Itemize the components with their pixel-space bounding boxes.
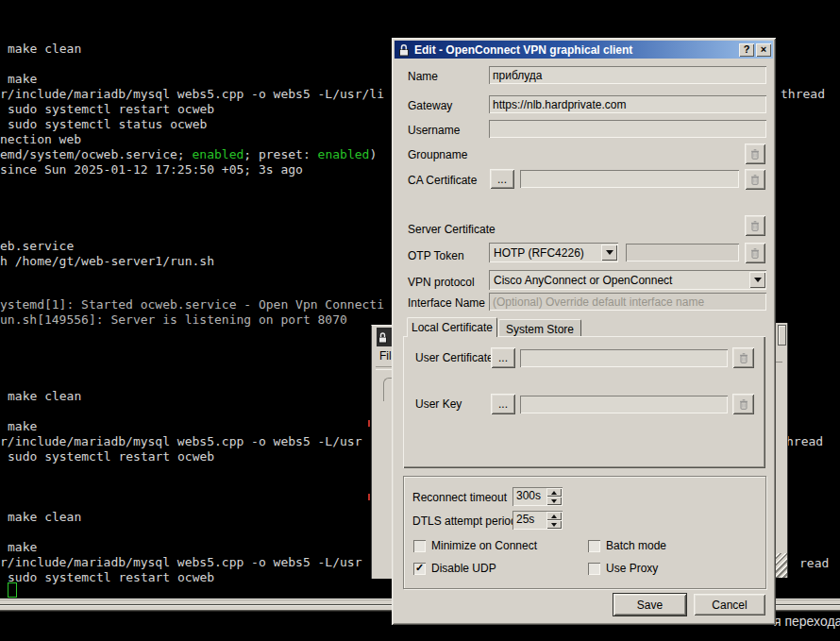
- terminal-line: sudo systemctl restart ocweb: [8, 102, 214, 116]
- chevron-down-icon: [601, 245, 617, 261]
- dialog-title: Edit - OpenConnect VPN graphical client: [414, 43, 739, 57]
- terminal-line: make clean: [8, 42, 81, 56]
- terminal-line: make: [8, 540, 37, 554]
- trash-icon: [738, 397, 749, 411]
- groupname-label: Groupname: [408, 148, 467, 161]
- terminal-line: make clean: [8, 510, 81, 524]
- dtls-attempt-period-spinbox[interactable]: 25s: [512, 511, 563, 530]
- user-certificate-label: User Certificate: [415, 351, 494, 364]
- lock-icon: [397, 43, 411, 57]
- vpn-protocol-label: VPN protocol: [408, 276, 475, 289]
- interface-name-label: Interface Name: [408, 296, 485, 310]
- scrollbar-thumb[interactable]: [778, 325, 786, 346]
- otp-token-value: HOTP (RFC4226): [489, 246, 601, 260]
- terminal-line: h /home/gt/web-server1/run.sh: [0, 254, 214, 268]
- clear-groupname-button[interactable]: [745, 143, 765, 164]
- spin-down-icon[interactable]: [546, 520, 562, 529]
- browse-user-certificate-button[interactable]: ...: [491, 347, 515, 368]
- trash-icon: [749, 219, 761, 232]
- terminal-cursor: [8, 582, 17, 598]
- checkbox-label: Disable UDP: [431, 562, 496, 575]
- clear-ca-certificate-button[interactable]: [745, 169, 765, 190]
- username-input[interactable]: [489, 120, 766, 138]
- clear-server-certificate-button[interactable]: [745, 215, 765, 236]
- server-certificate-label: Server Certificate: [408, 223, 496, 236]
- interface-name-input[interactable]: [489, 293, 766, 311]
- terminal-line: sudo systemctl status ocweb: [8, 117, 207, 131]
- save-button[interactable]: Save: [613, 594, 686, 616]
- terminal-red-fragment: [368, 494, 370, 500]
- close-button[interactable]: ×: [756, 43, 771, 57]
- tab-system-store[interactable]: System Store: [498, 319, 581, 336]
- otp-secret-input[interactable]: [626, 244, 739, 261]
- name-input[interactable]: [489, 66, 766, 84]
- clear-otp-token-button[interactable]: [745, 243, 765, 263]
- checkbox-box: [588, 540, 600, 552]
- terminal-red-fragment: [368, 420, 370, 427]
- trash-icon: [738, 351, 749, 364]
- reconnect-timeout-value: 300s: [512, 487, 546, 506]
- user-certificate-input[interactable]: [520, 349, 728, 367]
- cancel-button[interactable]: Cancel: [694, 594, 765, 616]
- vpn-protocol-select[interactable]: Cisco AnyConnect or OpenConnect: [489, 270, 766, 290]
- spin-up-icon[interactable]: [546, 488, 562, 497]
- groupbox-edge: [776, 362, 782, 363]
- tab-local-certificate[interactable]: Local Certificate: [407, 317, 497, 337]
- terminal-line: nection web: [0, 132, 81, 146]
- terminal-line: eb.service: [0, 239, 74, 253]
- dialog-titlebar[interactable]: Edit - OpenConnect VPN graphical client …: [395, 41, 773, 59]
- spin-up-icon[interactable]: [546, 512, 562, 520]
- terminal-line: make: [8, 72, 37, 86]
- checkbox-box: [413, 540, 426, 552]
- username-label: Username: [408, 124, 460, 137]
- reconnect-timeout-spinbox[interactable]: 300s: [512, 487, 563, 506]
- main-window-titlebar[interactable]: [377, 328, 393, 346]
- browse-ca-certificate-button[interactable]: ...: [490, 169, 514, 189]
- terminal-line: sudo systemctl restart ocweb: [8, 570, 214, 584]
- user-key-label: User Key: [415, 397, 462, 411]
- browse-user-key-button[interactable]: ...: [491, 394, 515, 414]
- trash-icon: [749, 246, 761, 260]
- background-page-text: я перехода: [774, 614, 840, 629]
- otp-token-label: OTP Token: [408, 249, 464, 262]
- trash-icon: [749, 173, 761, 186]
- ca-certificate-input[interactable]: [520, 170, 739, 188]
- chevron-down-icon: [749, 272, 765, 288]
- edit-vpn-dialog: Edit - OpenConnect VPN graphical client …: [392, 38, 776, 625]
- ca-certificate-label: CA Certificate: [408, 174, 477, 187]
- main-window-left-edge: File: [371, 325, 393, 579]
- dtls-attempt-period-value: 25s: [512, 511, 546, 530]
- use-proxy-checkbox[interactable]: Use Proxy: [588, 562, 658, 575]
- gateway-label: Gateway: [408, 99, 452, 112]
- terminal-line: since Sun 2025-01-12 17:25:50 +05; 3s ag…: [0, 162, 303, 177]
- help-button[interactable]: ?: [739, 43, 754, 57]
- minimize-on-connect-checkbox[interactable]: Minimize on Connect: [413, 539, 537, 552]
- clear-user-key-button[interactable]: [732, 394, 754, 414]
- trash-icon: [749, 147, 761, 160]
- checkbox-label: Batch mode: [606, 539, 666, 552]
- dtls-attempt-period-label: DTLS attempt period: [412, 514, 517, 528]
- menu-separator: [376, 366, 393, 370]
- terminal-line: un.sh[149556]: Server is listening on po…: [0, 312, 347, 327]
- clear-user-certificate-button[interactable]: [732, 347, 754, 368]
- otp-token-select[interactable]: HOTP (RFC4226): [489, 243, 618, 262]
- terminal-line: hread: [786, 434, 823, 448]
- file-menu[interactable]: File: [379, 349, 393, 363]
- reconnect-timeout-label: Reconnect timeout: [412, 491, 507, 504]
- desktop: make cleanmaker/include/mariadb/mysql we…: [0, 0, 840, 641]
- terminal-line: make: [8, 419, 37, 433]
- batch-mode-checkbox[interactable]: Batch mode: [588, 539, 666, 552]
- checkbox-box: [588, 563, 600, 575]
- terminal-line: make clean: [8, 389, 81, 403]
- terminal-line: r/include/mariadb/mysql webs5.cpp -o web…: [0, 555, 362, 569]
- gateway-input[interactable]: [489, 95, 766, 113]
- terminal-line: r/include/mariadb/mysql webs5.cpp -o web…: [0, 87, 384, 101]
- terminal-line: thread: [781, 87, 825, 101]
- vpn-protocol-value: Cisco AnyConnect or OpenConnect: [489, 274, 749, 287]
- name-label: Name: [408, 70, 438, 83]
- checkbox-box: [413, 563, 426, 575]
- main-window-right-edge: [776, 323, 788, 578]
- disable-udp-checkbox[interactable]: Disable UDP: [413, 562, 496, 575]
- spin-down-icon[interactable]: [546, 497, 562, 505]
- user-key-input[interactable]: [520, 396, 728, 413]
